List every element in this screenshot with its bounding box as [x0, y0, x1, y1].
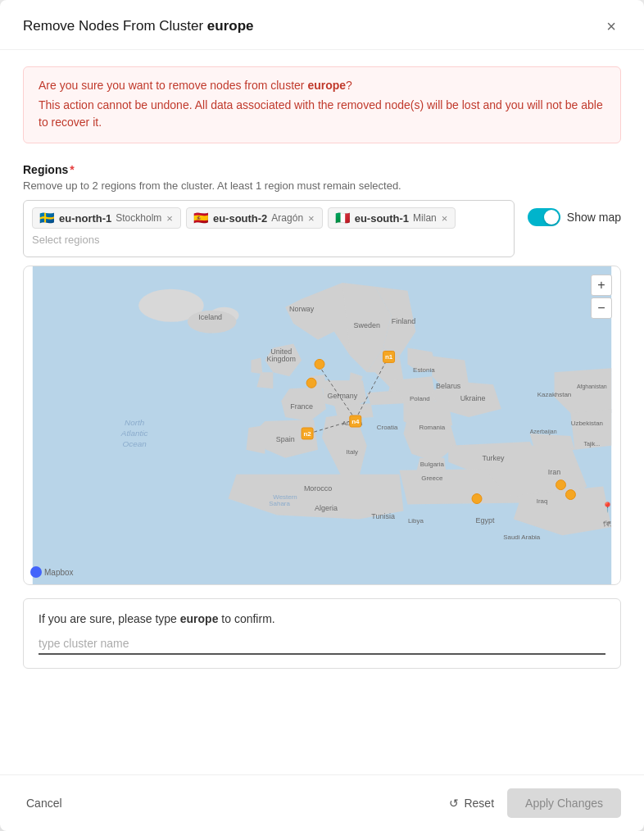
flag-spain: 🇪🇸	[193, 211, 209, 225]
svg-text:UnitedKingdom: UnitedKingdom	[267, 347, 296, 363]
apply-changes-button[interactable]: Apply Changes	[507, 788, 621, 818]
zoom-out-button[interactable]: −	[591, 297, 612, 319]
svg-point-51	[472, 494, 482, 504]
svg-text:Tunisia: Tunisia	[371, 512, 395, 520]
remove-eu-north-1[interactable]: ×	[166, 213, 174, 224]
svg-text:Afghanistan: Afghanistan	[577, 384, 607, 390]
mapbox-logo: Mapbox	[30, 566, 74, 578]
modal-body: Are you sure you want to remove nodes fr…	[0, 50, 644, 774]
svg-text:Iran: Iran	[548, 468, 560, 476]
svg-text:Croatia: Croatia	[377, 424, 398, 431]
toggle-switch[interactable]	[528, 208, 560, 226]
reset-button[interactable]: ↺ Reset	[446, 790, 497, 816]
modal-footer: Cancel ↺ Reset Apply Changes	[0, 774, 644, 831]
svg-text:North: North	[125, 418, 145, 427]
reset-label: Reset	[464, 797, 494, 810]
svg-text:Ukraine: Ukraine	[460, 394, 486, 402]
tag-eu-north-1: 🇸🇪 eu-north-1 Stockholm ×	[32, 207, 181, 229]
warning-box: Are you sure you want to remove nodes fr…	[23, 66, 621, 143]
svg-text:n4: n4	[351, 418, 360, 425]
svg-text:Libya: Libya	[408, 517, 424, 524]
svg-text:Tajik...: Tajik...	[583, 441, 600, 447]
modal-title: Remove Nodes From Cluster europe	[23, 18, 254, 34]
svg-text:Estonia: Estonia	[413, 366, 435, 374]
confirm-box: If you are sure, please type europe to c…	[23, 598, 621, 669]
svg-text:Saudi Arabia: Saudi Arabia	[503, 534, 541, 541]
svg-text:Morocco: Morocco	[304, 484, 332, 493]
svg-text:Greece: Greece	[421, 475, 443, 482]
show-map-toggle: Show map	[528, 200, 621, 226]
confirm-text: If you are sure, please type europe to c…	[39, 612, 605, 625]
regions-label: Regions*	[23, 163, 621, 176]
show-map-label: Show map	[567, 211, 621, 224]
svg-text:Iraq: Iraq	[537, 497, 548, 505]
svg-text:n1: n1	[385, 353, 393, 361]
svg-point-50	[315, 359, 324, 369]
warning-line1: Are you sure you want to remove nodes fr…	[39, 79, 605, 92]
mapbox-logo-icon	[30, 566, 42, 578]
svg-text:Germany: Germany	[327, 392, 357, 400]
confirm-input[interactable]	[39, 633, 605, 655]
zoom-in-button[interactable]: +	[591, 275, 612, 296]
reset-icon: ↺	[449, 797, 459, 810]
modal-header: Remove Nodes From Cluster europe ×	[0, 0, 644, 50]
toggle-thumb	[544, 210, 559, 225]
map-zoom-controls: + −	[591, 275, 612, 319]
regions-hint: Remove up to 2 regions from the cluster.…	[23, 179, 621, 192]
svg-text:Atlantic: Atlantic	[120, 429, 148, 438]
title-prefix: Remove Nodes From Cluster	[23, 18, 203, 34]
svg-text:Ocean: Ocean	[123, 439, 147, 448]
toggle-track	[528, 208, 560, 226]
svg-text:📍: 📍	[601, 501, 614, 513]
svg-text:Finland: Finland	[392, 317, 415, 325]
remove-eu-south-2[interactable]: ×	[307, 213, 315, 224]
tag-eu-south-2: 🇪🇸 eu-south-2 Aragón ×	[186, 207, 323, 229]
modal: Remove Nodes From Cluster europe × Are y…	[0, 0, 644, 831]
svg-text:Algeria: Algeria	[315, 504, 338, 512]
close-button[interactable]: ×	[601, 16, 621, 36]
regions-selector[interactable]: 🇸🇪 eu-north-1 Stockholm × 🇪🇸 eu-south-2 …	[23, 200, 515, 257]
warning-line2: This action cannot be undone. All data a…	[39, 97, 605, 131]
svg-text:Poland: Poland	[410, 395, 430, 402]
svg-text:Uzbekistan: Uzbekistan	[571, 420, 603, 427]
svg-text:Kazakhstan: Kazakhstan	[537, 391, 571, 398]
tag-eu-south-1: 🇮🇹 eu-south-1 Milan ×	[328, 207, 456, 229]
svg-text:Azerbaijan: Azerbaijan	[530, 429, 557, 435]
svg-text:Spain: Spain	[276, 435, 295, 443]
svg-text:Romania: Romania	[419, 424, 445, 431]
svg-text:Bulgaria: Bulgaria	[420, 461, 445, 468]
map-svg: Iceland Norway Sweden Finland Estonia Be…	[24, 266, 620, 584]
svg-text:🗺: 🗺	[603, 520, 611, 529]
regions-row: 🇸🇪 eu-north-1 Stockholm × 🇪🇸 eu-south-2 …	[23, 200, 621, 257]
svg-text:Turkey: Turkey	[482, 454, 505, 462]
svg-point-49	[306, 378, 316, 388]
cancel-button[interactable]: Cancel	[23, 790, 66, 816]
remove-eu-south-1[interactable]: ×	[441, 213, 449, 224]
svg-text:Sweden: Sweden	[354, 321, 380, 329]
svg-text:n2: n2	[303, 430, 311, 438]
footer-right: ↺ Reset Apply Changes	[446, 788, 621, 818]
svg-text:France: France	[290, 402, 313, 411]
svg-point-52	[556, 480, 566, 490]
svg-point-53	[565, 490, 575, 500]
svg-text:Norway: Norway	[289, 305, 315, 313]
svg-text:Italy: Italy	[347, 448, 359, 456]
svg-text:Iceland: Iceland	[198, 313, 222, 321]
flag-italy: 🇮🇹	[335, 211, 351, 225]
svg-text:Egypt: Egypt	[476, 516, 495, 524]
flag-sweden: 🇸🇪	[39, 211, 55, 225]
title-cluster-name: europe	[207, 18, 254, 34]
select-regions-placeholder: Select regions	[32, 234, 99, 246]
svg-text:Belarus: Belarus	[436, 382, 461, 390]
map-container: Iceland Norway Sweden Finland Estonia Be…	[23, 266, 621, 585]
